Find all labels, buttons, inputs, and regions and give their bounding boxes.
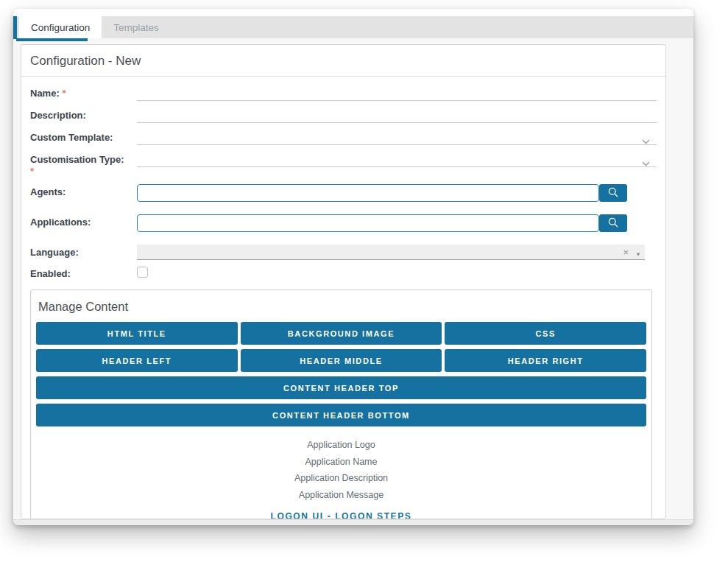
custom-template-value[interactable] (137, 130, 657, 145)
customisation-type-label: Customisation Type: * (30, 152, 137, 178)
tab-bar: Configuration Templates (13, 16, 693, 38)
agents-search-button[interactable] (599, 184, 627, 202)
description-row: Description: (30, 108, 657, 123)
background-image-button[interactable]: BACKGROUND IMAGE (241, 322, 442, 345)
search-icon (607, 217, 619, 231)
customisation-type-required-marker: * (30, 166, 137, 178)
name-field-wrap (137, 85, 657, 101)
enabled-label: Enabled: (30, 266, 137, 281)
language-label: Language: (30, 245, 137, 260)
language-field-wrap: × ▼ (137, 245, 657, 260)
application-description-link[interactable]: Application Description (31, 470, 651, 487)
manage-content-buttons: HTML TITLE BACKGROUND IMAGE CSS HEADER L… (31, 320, 651, 433)
customisation-type-value[interactable] (137, 152, 657, 167)
configuration-panel: Configuration - New Name: * Description:… (21, 44, 666, 519)
custom-template-row: Custom Template: (30, 130, 657, 145)
application-links: Application Logo Application Name Applic… (31, 433, 651, 503)
customisation-type-label-text: Customisation Type: (30, 154, 137, 166)
name-label-text: Name: (30, 88, 60, 99)
manage-content-section: Manage Content HTML TITLE BACKGROUND IMA… (30, 289, 652, 519)
horizontal-scrollbar[interactable] (13, 519, 693, 525)
applications-search-button[interactable] (599, 214, 627, 232)
customisation-type-row: Customisation Type: * (30, 152, 657, 178)
content-header-bottom-button[interactable]: CONTENT HEADER BOTTOM (36, 404, 646, 426)
clear-x-icon[interactable]: × (623, 247, 629, 257)
card-top-strip (13, 9, 693, 16)
search-icon (607, 186, 619, 200)
application-name-link[interactable]: Application Name (31, 454, 651, 471)
configuration-form: Name: * Description: Custom Template: (21, 77, 665, 519)
name-required-marker: * (62, 88, 66, 99)
accent-bar (13, 16, 17, 39)
agents-field-wrap (137, 184, 657, 202)
application-message-link[interactable]: Application Message (31, 487, 651, 504)
page-title: Configuration - New (21, 45, 665, 77)
manage-content-title: Manage Content (31, 290, 651, 320)
application-logo-link[interactable]: Application Logo (31, 437, 651, 454)
name-row: Name: * (30, 85, 657, 101)
agents-row: Agents: (30, 184, 657, 202)
header-middle-button[interactable]: HEADER MIDDLE (241, 349, 442, 372)
applications-row: Applications: (30, 214, 657, 232)
content-header-top-button[interactable]: CONTENT HEADER TOP (36, 376, 646, 399)
enabled-row: Enabled: (30, 266, 657, 281)
enabled-checkbox[interactable] (137, 267, 148, 278)
description-label: Description: (30, 108, 137, 123)
agents-input[interactable] (137, 184, 599, 202)
header-right-button[interactable]: HEADER RIGHT (445, 349, 646, 372)
agents-label: Agents: (30, 184, 137, 202)
description-field-wrap (137, 108, 657, 123)
dropdown-arrow-icon[interactable]: ▼ (635, 247, 641, 258)
tab-configuration[interactable]: Configuration (19, 16, 102, 38)
custom-template-select[interactable] (137, 130, 657, 145)
logon-ui-logon-steps-link[interactable]: LOGON UI - LOGON STEPS (31, 511, 651, 519)
enabled-field-wrap (137, 266, 657, 281)
html-title-button[interactable]: HTML TITLE (36, 322, 238, 345)
language-select[interactable]: × ▼ (137, 245, 645, 260)
header-left-button[interactable]: HEADER LEFT (36, 349, 238, 372)
customisation-type-select[interactable] (137, 152, 657, 178)
language-row: Language: × ▼ (30, 245, 657, 260)
tab-templates[interactable]: Templates (102, 16, 171, 38)
name-input[interactable] (137, 85, 657, 101)
configuration-window: Configuration Templates Configuration - … (13, 9, 693, 525)
name-label: Name: * (30, 85, 137, 101)
applications-input[interactable] (137, 214, 599, 232)
description-input[interactable] (137, 108, 657, 123)
css-button[interactable]: CSS (445, 322, 646, 345)
applications-label: Applications: (30, 214, 137, 232)
applications-field-wrap (137, 214, 657, 232)
custom-template-label: Custom Template: (30, 130, 137, 145)
